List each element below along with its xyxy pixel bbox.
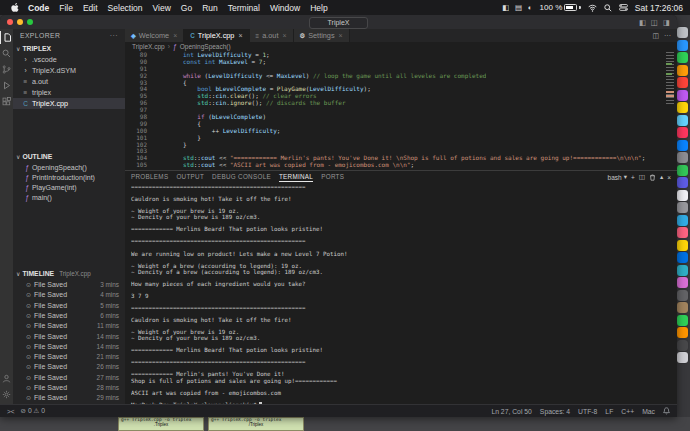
explorer-file-row[interactable]: C TripleX.cpp bbox=[13, 98, 125, 109]
editor-tab[interactable]: ≡ a.out × bbox=[250, 29, 294, 42]
menu-item[interactable]: Help bbox=[305, 3, 332, 13]
project-section-header[interactable]: ∨ TRIPLEX bbox=[13, 42, 125, 54]
dock-app-icon[interactable] bbox=[677, 77, 688, 88]
dock-app-icon[interactable] bbox=[677, 165, 688, 176]
display-icon[interactable]: ◧ bbox=[502, 3, 509, 12]
statusbar-item[interactable]: LF bbox=[605, 408, 613, 415]
panel-tab[interactable]: DEBUG CONSOLE bbox=[212, 173, 271, 182]
timeline-entry-row[interactable]: ⊙ File Saved 5 mins bbox=[13, 300, 125, 310]
dock-app-icon[interactable] bbox=[677, 115, 688, 126]
dock-app-icon[interactable] bbox=[677, 340, 688, 351]
timeline-entry-row[interactable]: ⊙ File Saved 27 mins bbox=[13, 372, 125, 382]
problems-indicator[interactable]: ⊘ 0 ⚠ 0 bbox=[21, 407, 46, 415]
close-icon[interactable]: × bbox=[282, 32, 286, 39]
timeline-entry-row[interactable]: ⊙ File Saved 3 mins bbox=[13, 279, 125, 289]
menu-item[interactable]: Selection bbox=[103, 3, 148, 13]
menu-item[interactable]: Terminal bbox=[223, 3, 265, 13]
editor-tab[interactable]: C TripleX.cpp × bbox=[184, 29, 249, 42]
dock-app-icon[interactable] bbox=[677, 290, 688, 301]
toggle-sidebar-icon[interactable]: ◧ bbox=[639, 18, 646, 27]
close-panel-icon[interactable]: × bbox=[667, 174, 671, 181]
dock-app-icon[interactable] bbox=[677, 252, 688, 263]
timeline-entry-row[interactable]: ⊙ File Saved 21 mins bbox=[13, 352, 125, 362]
menubar-clock[interactable]: Sat 17:26:06 bbox=[635, 3, 683, 13]
notifications-bell-icon[interactable] bbox=[663, 407, 670, 415]
maximize-panel-icon[interactable]: ▴ bbox=[660, 173, 663, 181]
editor-tab[interactable]: ⚙ Settings × bbox=[294, 29, 350, 42]
menu-item[interactable]: Go bbox=[176, 3, 197, 13]
dock-app-icon[interactable] bbox=[677, 315, 688, 326]
close-window-button[interactable] bbox=[7, 19, 13, 25]
dock-app-icon[interactable] bbox=[677, 152, 688, 163]
outline-symbol-row[interactable]: ƒ PlayGame(int) bbox=[13, 182, 125, 192]
source-control-icon[interactable] bbox=[0, 63, 13, 76]
timeline-entry-row[interactable]: ⊙ File Saved 26 mins bbox=[13, 362, 125, 372]
desktop-window-preview[interactable]: g++ TripleX.cpp -o triplex .Triplex bbox=[118, 417, 204, 431]
kill-terminal-trash-icon[interactable] bbox=[649, 174, 656, 181]
dock-app-icon[interactable] bbox=[677, 127, 688, 138]
statusbar-item[interactable]: Ln 27, Col 50 bbox=[491, 408, 531, 415]
dock-app-icon[interactable] bbox=[677, 240, 688, 251]
account-icon[interactable] bbox=[0, 372, 13, 385]
close-icon[interactable]: × bbox=[339, 32, 343, 39]
timeline-entry-row[interactable]: ⊙ File Saved 14 mins bbox=[13, 341, 125, 351]
settings-gear-icon[interactable] bbox=[0, 388, 13, 401]
split-editor-icon[interactable]: ◫ bbox=[652, 32, 659, 40]
desktop-window-preview[interactable]: g++ TripleX.cpp -o triplex /Triplex bbox=[208, 417, 304, 431]
remote-indicator-icon[interactable]: >< bbox=[7, 408, 15, 415]
menu-item[interactable]: View bbox=[148, 3, 176, 13]
dock-app-icon[interactable] bbox=[677, 40, 688, 51]
menu-item[interactable]: Edit bbox=[78, 3, 103, 13]
statusbar-item[interactable]: UTF-8 bbox=[578, 408, 597, 415]
timeline-entry-row[interactable]: ⊙ File Saved 28 mins bbox=[13, 382, 125, 392]
minimap[interactable] bbox=[665, 51, 675, 170]
battery-indicator[interactable]: 100 % bbox=[540, 3, 581, 12]
statusbar-item[interactable]: Spaces: 4 bbox=[540, 408, 570, 415]
new-terminal-icon[interactable]: + bbox=[631, 174, 635, 181]
dock-app-icon[interactable] bbox=[677, 227, 688, 238]
breadcrumb-file[interactable]: TripleX.cpp bbox=[132, 43, 165, 50]
dock-app-icon[interactable] bbox=[677, 27, 688, 38]
wifi-icon[interactable] bbox=[588, 4, 597, 12]
minimize-window-button[interactable] bbox=[17, 19, 23, 25]
terminal-output[interactable]: ========================================… bbox=[125, 183, 677, 407]
panel-tab[interactable]: OUTPUT bbox=[176, 173, 204, 182]
timeline-entry-row[interactable]: ⊙ File Saved 29 mins bbox=[13, 393, 125, 403]
dock-app-icon[interactable] bbox=[677, 302, 688, 313]
panel-tab[interactable]: PORTS bbox=[321, 173, 344, 182]
dock-app-icon[interactable] bbox=[677, 265, 688, 276]
command-center[interactable]: TripleX bbox=[309, 17, 369, 29]
shell-selector[interactable]: bash ▾ bbox=[608, 173, 627, 181]
toggle-panel-icon[interactable]: ◫ bbox=[651, 18, 658, 27]
more-actions-icon[interactable]: ··· bbox=[110, 32, 118, 39]
explorer-file-row[interactable]: › .vscode bbox=[13, 54, 125, 65]
statusbar-item[interactable]: C++ bbox=[621, 408, 634, 415]
extensions-icon[interactable] bbox=[0, 95, 13, 108]
dock-app-icon[interactable] bbox=[677, 202, 688, 213]
window-titlebar[interactable]: TripleX ◧ ◫ ◨ bbox=[0, 15, 677, 29]
explorer-file-row[interactable]: ≡ a.out bbox=[13, 76, 125, 87]
timeline-section-header[interactable]: ∨ TIMELINE TripleX.cpp bbox=[13, 267, 125, 279]
more-actions-icon[interactable]: ··· bbox=[664, 32, 671, 39]
timeline-entry-row[interactable]: ⊙ File Saved 4 mins bbox=[13, 290, 125, 300]
dock-app-icon[interactable] bbox=[677, 177, 688, 188]
explorer-file-row[interactable]: › TripleX.dSYM bbox=[13, 65, 125, 76]
statusbar-item[interactable]: Mac bbox=[642, 408, 655, 415]
dock-app-icon[interactable] bbox=[677, 215, 688, 226]
editor-tab[interactable]: ◈ Welcome × bbox=[125, 29, 184, 42]
timeline-entry-row[interactable]: ⊙ File Saved 14 mins bbox=[13, 331, 125, 341]
focus-icon[interactable]: ◐ bbox=[528, 3, 533, 12]
search-icon[interactable] bbox=[0, 47, 13, 60]
explorer-activity-icon[interactable] bbox=[0, 31, 13, 44]
timeline-entry-row[interactable]: ⊙ File Saved 11 mins bbox=[13, 321, 125, 331]
menu-item[interactable]: Window bbox=[265, 3, 305, 13]
keyboard-icon[interactable]: ▤ bbox=[515, 3, 522, 12]
dock-app-icon[interactable] bbox=[677, 52, 688, 63]
toggle-secondary-sidebar-icon[interactable]: ◨ bbox=[663, 18, 670, 27]
dock-app-icon[interactable] bbox=[677, 65, 688, 76]
close-icon[interactable]: × bbox=[173, 32, 177, 39]
outline-symbol-row[interactable]: ƒ main() bbox=[13, 192, 125, 202]
menu-item[interactable]: File bbox=[54, 3, 78, 13]
menu-item[interactable]: Run bbox=[197, 3, 223, 13]
split-terminal-icon[interactable]: ◫ bbox=[639, 173, 645, 181]
